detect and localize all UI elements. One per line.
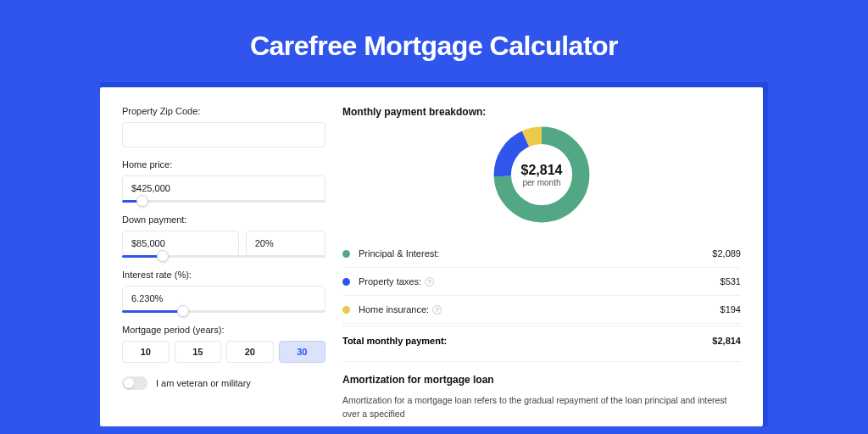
total-row: Total monthly payment: $2,814 (342, 326, 741, 358)
zip-field-group: Property Zip Code: (122, 106, 326, 147)
legend-row-principal: Principal & Interest: $2,089 (342, 240, 741, 268)
total-value: $2,814 (712, 336, 741, 346)
payment-donut-chart: $2,814 per month (490, 123, 593, 226)
info-icon[interactable]: ? (432, 305, 442, 314)
dot-insurance-icon (342, 306, 350, 314)
dot-principal-icon (342, 250, 350, 258)
legend-row-insurance: Home insurance: ? $194 (342, 296, 741, 324)
period-btn-20[interactable]: 20 (226, 341, 274, 363)
interest-rate-slider-thumb[interactable] (177, 305, 189, 317)
donut-center: $2,814 per month (490, 123, 593, 226)
donut-center-sub: per month (522, 178, 560, 187)
inputs-column: Property Zip Code: Home price: Down paym… (122, 106, 326, 426)
legend-label-insurance: Home insurance: (359, 304, 429, 314)
interest-rate-group: Interest rate (%): (122, 270, 326, 313)
home-price-label: Home price: (122, 159, 326, 170)
period-btn-30[interactable]: 30 (279, 341, 326, 363)
mortgage-period-label: Mortgage period (years): (122, 325, 326, 335)
legend-value-taxes: $531 (721, 276, 741, 287)
breakdown-column: Monthly payment breakdown: $2,814 per mo… (342, 106, 741, 426)
zip-input[interactable] (122, 122, 326, 147)
down-payment-slider-thumb[interactable] (157, 250, 169, 262)
dot-taxes-icon (342, 278, 350, 286)
legend-value-principal: $2,089 (712, 248, 741, 259)
donut-center-value: $2,814 (521, 163, 563, 178)
donut-wrap: $2,814 per month (342, 123, 741, 226)
home-price-group: Home price: (122, 159, 326, 203)
down-payment-label: Down payment: (122, 214, 326, 225)
home-price-slider-thumb[interactable] (136, 195, 148, 207)
amortization-title: Amortization for mortgage loan (342, 374, 741, 386)
veteran-row: I am veteran or military (122, 376, 326, 390)
mortgage-period-group: Mortgage period (years): 10 15 20 30 (122, 325, 326, 363)
home-price-input[interactable] (122, 175, 326, 201)
calculator-panel: Property Zip Code: Home price: Down paym… (100, 87, 763, 426)
interest-rate-input[interactable] (122, 286, 326, 311)
period-btn-15[interactable]: 15 (175, 341, 222, 363)
home-price-slider[interactable] (122, 200, 326, 203)
legend-label-principal: Principal & Interest: (359, 248, 439, 259)
page-title: Carefree Mortgage Calculator (0, 0, 868, 82)
mortgage-period-options: 10 15 20 30 (122, 341, 326, 363)
down-payment-group: Down payment: (122, 214, 326, 258)
amortization-section: Amortization for mortgage loan Amortizat… (342, 361, 741, 421)
breakdown-title: Monthly payment breakdown: (342, 106, 741, 118)
calculator-card: Property Zip Code: Home price: Down paym… (100, 82, 768, 426)
veteran-label: I am veteran or military (156, 378, 251, 388)
down-payment-amount-input[interactable] (122, 231, 239, 256)
down-payment-slider[interactable] (122, 255, 326, 258)
down-payment-percent-input[interactable] (246, 231, 326, 256)
legend-value-insurance: $194 (721, 304, 741, 314)
amortization-body: Amortization for a mortgage loan refers … (342, 394, 741, 421)
legend-row-taxes: Property taxes: ? $531 (342, 268, 741, 296)
total-label: Total monthly payment: (342, 336, 447, 346)
info-icon[interactable]: ? (425, 277, 434, 287)
zip-label: Property Zip Code: (122, 106, 326, 116)
interest-rate-label: Interest rate (%): (122, 270, 326, 280)
period-btn-10[interactable]: 10 (122, 341, 170, 363)
legend-label-taxes: Property taxes: (359, 276, 421, 287)
interest-rate-slider[interactable] (122, 310, 326, 313)
veteran-toggle[interactable] (122, 376, 147, 390)
